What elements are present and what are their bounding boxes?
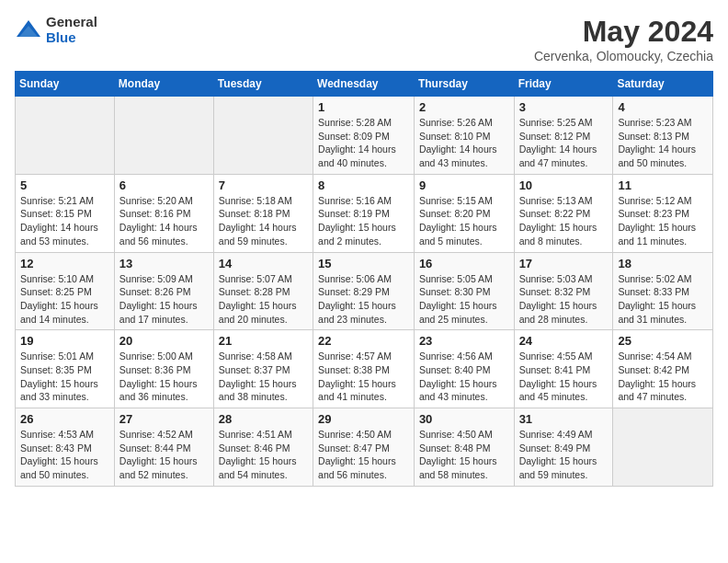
calendar-cell: 22Sunrise: 4:57 AM Sunset: 8:38 PM Dayli… [313, 330, 415, 408]
calendar-cell: 13Sunrise: 5:09 AM Sunset: 8:26 PM Dayli… [114, 252, 213, 330]
day-number: 30 [419, 412, 509, 426]
day-info: Sunrise: 5:18 AM Sunset: 8:18 PM Dayligh… [219, 194, 308, 248]
day-info: Sunrise: 4:54 AM Sunset: 8:42 PM Dayligh… [618, 350, 708, 404]
day-number: 29 [318, 412, 409, 426]
day-info: Sunrise: 5:28 AM Sunset: 8:09 PM Dayligh… [318, 116, 409, 170]
calendar-cell: 20Sunrise: 5:00 AM Sunset: 8:36 PM Dayli… [114, 330, 213, 408]
calendar-week-row: 1Sunrise: 5:28 AM Sunset: 8:09 PM Daylig… [16, 97, 713, 175]
day-number: 16 [419, 257, 509, 270]
day-info: Sunrise: 4:55 AM Sunset: 8:41 PM Dayligh… [519, 350, 609, 404]
calendar-week-row: 12Sunrise: 5:10 AM Sunset: 8:25 PM Dayli… [16, 252, 713, 330]
calendar-cell: 15Sunrise: 5:06 AM Sunset: 8:29 PM Dayli… [313, 252, 415, 330]
day-info: Sunrise: 4:51 AM Sunset: 8:46 PM Dayligh… [219, 428, 308, 482]
weekday-header-tuesday: Tuesday [213, 72, 313, 97]
day-info: Sunrise: 5:23 AM Sunset: 8:13 PM Dayligh… [618, 116, 708, 170]
day-number: 31 [519, 412, 609, 426]
day-number: 12 [20, 257, 109, 270]
calendar-cell: 5Sunrise: 5:21 AM Sunset: 8:15 PM Daylig… [16, 174, 115, 252]
day-info: Sunrise: 5:00 AM Sunset: 8:36 PM Dayligh… [119, 350, 209, 404]
day-info: Sunrise: 5:20 AM Sunset: 8:16 PM Dayligh… [119, 194, 209, 248]
day-info: Sunrise: 5:02 AM Sunset: 8:33 PM Dayligh… [618, 272, 708, 327]
day-number: 20 [119, 334, 209, 348]
calendar-cell: 30Sunrise: 4:50 AM Sunset: 8:48 PM Dayli… [414, 408, 514, 487]
day-info: Sunrise: 4:57 AM Sunset: 8:38 PM Dayligh… [318, 350, 409, 404]
day-info: Sunrise: 5:16 AM Sunset: 8:19 PM Dayligh… [318, 194, 409, 248]
day-number: 14 [219, 257, 308, 270]
day-number: 28 [219, 412, 308, 426]
weekday-header-wednesday: Wednesday [313, 72, 415, 97]
calendar-cell: 14Sunrise: 5:07 AM Sunset: 8:28 PM Dayli… [213, 252, 313, 330]
day-info: Sunrise: 5:26 AM Sunset: 8:10 PM Dayligh… [419, 116, 509, 170]
page-header: General Blue May 2024 Cervenka, Olomouck… [15, 15, 713, 63]
day-number: 9 [419, 178, 509, 192]
day-info: Sunrise: 4:49 AM Sunset: 8:49 PM Dayligh… [519, 428, 609, 482]
day-number: 19 [20, 334, 109, 348]
location-subtitle: Cervenka, Olomoucky, Czechia [534, 49, 713, 63]
day-number: 13 [119, 257, 209, 270]
day-number: 18 [618, 257, 708, 270]
day-info: Sunrise: 5:25 AM Sunset: 8:12 PM Dayligh… [519, 116, 609, 170]
calendar-cell: 2Sunrise: 5:26 AM Sunset: 8:10 PM Daylig… [414, 97, 514, 175]
day-number: 3 [519, 100, 609, 114]
day-info: Sunrise: 5:21 AM Sunset: 8:15 PM Dayligh… [20, 194, 109, 248]
calendar-cell [16, 97, 115, 175]
day-number: 24 [519, 334, 609, 348]
day-info: Sunrise: 4:50 AM Sunset: 8:48 PM Dayligh… [419, 428, 509, 482]
day-info: Sunrise: 5:01 AM Sunset: 8:35 PM Dayligh… [20, 350, 109, 404]
weekday-header-monday: Monday [114, 72, 213, 97]
calendar-cell: 17Sunrise: 5:03 AM Sunset: 8:32 PM Dayli… [514, 252, 613, 330]
day-number: 1 [318, 100, 409, 114]
day-number: 17 [519, 257, 609, 270]
calendar-table: SundayMondayTuesdayWednesdayThursdayFrid… [15, 71, 713, 487]
day-info: Sunrise: 5:07 AM Sunset: 8:28 PM Dayligh… [219, 272, 308, 327]
calendar-cell: 29Sunrise: 4:50 AM Sunset: 8:47 PM Dayli… [313, 408, 415, 487]
day-number: 8 [318, 178, 409, 192]
day-info: Sunrise: 5:03 AM Sunset: 8:32 PM Dayligh… [519, 272, 609, 327]
day-info: Sunrise: 5:06 AM Sunset: 8:29 PM Dayligh… [318, 272, 409, 327]
logo-blue: Blue [46, 30, 97, 46]
weekday-header-row: SundayMondayTuesdayWednesdayThursdayFrid… [16, 72, 713, 97]
calendar-week-row: 26Sunrise: 4:53 AM Sunset: 8:43 PM Dayli… [16, 408, 713, 487]
day-info: Sunrise: 4:50 AM Sunset: 8:47 PM Dayligh… [318, 428, 409, 482]
day-number: 11 [618, 178, 708, 192]
title-block: May 2024 Cervenka, Olomoucky, Czechia [534, 15, 713, 63]
calendar-cell: 28Sunrise: 4:51 AM Sunset: 8:46 PM Dayli… [213, 408, 313, 487]
day-number: 6 [119, 178, 209, 192]
day-info: Sunrise: 4:58 AM Sunset: 8:37 PM Dayligh… [219, 350, 308, 404]
day-number: 25 [618, 334, 708, 348]
month-title: May 2024 [534, 15, 713, 49]
day-number: 5 [20, 178, 109, 192]
day-number: 15 [318, 257, 409, 270]
logo: General Blue [15, 15, 97, 45]
day-info: Sunrise: 5:05 AM Sunset: 8:30 PM Dayligh… [419, 272, 509, 327]
calendar-cell: 12Sunrise: 5:10 AM Sunset: 8:25 PM Dayli… [16, 252, 115, 330]
calendar-cell: 3Sunrise: 5:25 AM Sunset: 8:12 PM Daylig… [514, 97, 613, 175]
day-number: 22 [318, 334, 409, 348]
calendar-week-row: 19Sunrise: 5:01 AM Sunset: 8:35 PM Dayli… [16, 330, 713, 408]
calendar-cell: 25Sunrise: 4:54 AM Sunset: 8:42 PM Dayli… [613, 330, 713, 408]
calendar-cell [114, 97, 213, 175]
calendar-cell: 6Sunrise: 5:20 AM Sunset: 8:16 PM Daylig… [114, 174, 213, 252]
day-info: Sunrise: 5:09 AM Sunset: 8:26 PM Dayligh… [119, 272, 209, 327]
day-info: Sunrise: 4:53 AM Sunset: 8:43 PM Dayligh… [20, 428, 109, 482]
logo-icon [15, 17, 42, 44]
calendar-cell: 26Sunrise: 4:53 AM Sunset: 8:43 PM Dayli… [16, 408, 115, 487]
day-info: Sunrise: 5:12 AM Sunset: 8:23 PM Dayligh… [618, 194, 708, 248]
day-number: 26 [20, 412, 109, 426]
day-number: 2 [419, 100, 509, 114]
weekday-header-friday: Friday [514, 72, 613, 97]
calendar-week-row: 5Sunrise: 5:21 AM Sunset: 8:15 PM Daylig… [16, 174, 713, 252]
calendar-cell [213, 97, 313, 175]
calendar-cell: 1Sunrise: 5:28 AM Sunset: 8:09 PM Daylig… [313, 97, 415, 175]
day-info: Sunrise: 5:15 AM Sunset: 8:20 PM Dayligh… [419, 194, 509, 248]
day-info: Sunrise: 4:52 AM Sunset: 8:44 PM Dayligh… [119, 428, 209, 482]
calendar-cell: 8Sunrise: 5:16 AM Sunset: 8:19 PM Daylig… [313, 174, 415, 252]
day-info: Sunrise: 4:56 AM Sunset: 8:40 PM Dayligh… [419, 350, 509, 404]
weekday-header-saturday: Saturday [613, 72, 713, 97]
weekday-header-thursday: Thursday [414, 72, 514, 97]
calendar-cell: 11Sunrise: 5:12 AM Sunset: 8:23 PM Dayli… [613, 174, 713, 252]
calendar-cell [613, 408, 713, 487]
calendar-cell: 27Sunrise: 4:52 AM Sunset: 8:44 PM Dayli… [114, 408, 213, 487]
calendar-cell: 31Sunrise: 4:49 AM Sunset: 8:49 PM Dayli… [514, 408, 613, 487]
day-number: 21 [219, 334, 308, 348]
